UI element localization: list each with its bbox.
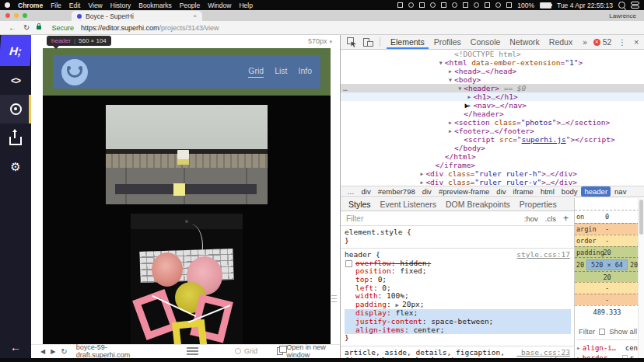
more-tabs-icon[interactable]: » — [583, 38, 587, 47]
dom-node[interactable]: <script src="superhi.js"></script> — [341, 135, 644, 144]
menu-item-edit[interactable]: Edit — [69, 2, 81, 9]
volume-icon[interactable] — [485, 2, 490, 8]
grid-toggle[interactable]: Grid — [235, 347, 257, 355]
dom-node[interactable]: </html> — [341, 152, 644, 161]
breadcrumb-item[interactable]: nav — [611, 186, 629, 197]
sidebar-item-share[interactable] — [0, 124, 31, 152]
inspect-element-icon[interactable] — [347, 37, 357, 47]
pane-resize-handle[interactable] — [331, 295, 337, 306]
styles-filter-input[interactable]: Filter — [346, 214, 363, 223]
menu-item-history[interactable]: History — [110, 2, 131, 9]
menu-item-help[interactable]: Help — [239, 2, 252, 9]
airplay-icon[interactable] — [506, 2, 512, 8]
info-icon[interactable] — [408, 2, 414, 8]
breadcrumb-item[interactable]: #ember798 — [375, 186, 418, 197]
spotlight-icon[interactable] — [618, 2, 625, 9]
site-nav-grid[interactable]: Grid — [248, 66, 264, 78]
rule-base-elements[interactable]: _base.css:23 article, aside, details, fi… — [341, 346, 574, 358]
dom-node[interactable]: <!DOCTYPE html> — [341, 50, 644, 58]
devtools-tab-network[interactable]: Network — [506, 35, 544, 49]
devtools-tab-elements[interactable]: Elements — [387, 35, 429, 49]
computed-property[interactable]: ▶align-i…cen — [577, 343, 638, 353]
menu-item-file[interactable]: File — [51, 2, 61, 9]
site-nav-list[interactable]: List — [275, 66, 287, 78]
breadcrumb-item[interactable]: div — [359, 186, 374, 197]
time-machine-icon[interactable] — [441, 2, 446, 8]
secure-label[interactable]: Secure — [51, 24, 74, 32]
declaration-checkbox[interactable] — [345, 260, 352, 267]
url-text[interactable]: https://editor.superhi.com/projects/3143… — [81, 24, 219, 32]
back-button[interactable]: ← — [9, 24, 16, 32]
safari-icon[interactable] — [452, 2, 457, 8]
notification-center-icon[interactable] — [631, 2, 639, 9]
box-icon[interactable] — [463, 2, 468, 8]
styles-tab-dom-breakpoints[interactable]: DOM Breakpoints — [441, 200, 515, 209]
window-close-button[interactable] — [5, 13, 10, 18]
menu-item-view[interactable]: View — [88, 2, 102, 9]
device-toolbar-icon[interactable] — [363, 37, 373, 47]
styles-tab-properties[interactable]: Properties — [515, 200, 562, 209]
window-zoom-button[interactable] — [23, 13, 27, 18]
dom-node[interactable]: ▶<section class="photos">…</section> — [341, 118, 644, 127]
menu-item-window[interactable]: Window — [208, 2, 231, 9]
breadcrumb-item[interactable]: #preview-frame — [436, 186, 492, 197]
styles-tab-styles[interactable]: Styles — [344, 200, 376, 209]
element-style-selector[interactable]: element.style { — [345, 228, 571, 237]
sidebar-item-preview[interactable] — [0, 95, 31, 124]
devtools-tab-console[interactable]: Console — [467, 35, 505, 49]
open-new-window-button[interactable]: Open in new window — [277, 343, 331, 359]
computed-filter-input[interactable]: Filter — [579, 327, 595, 336]
dom-node[interactable]: ▶<h1>…</h1> — [341, 92, 644, 101]
sidebar-item-settings[interactable]: ⚙ — [0, 152, 31, 181]
menu-item-people[interactable]: People — [180, 2, 200, 9]
wifi-icon[interactable] — [495, 2, 501, 8]
window-icon[interactable] — [419, 2, 425, 8]
breadcrumb-item[interactable]: html — [537, 186, 558, 197]
dom-node[interactable]: ▼<html data-ember-extension="1"> — [341, 58, 644, 67]
menu-item-bookmarks[interactable]: Bookmarks — [138, 2, 172, 9]
dom-node[interactable]: ▶<div class="ruler ruler-h">…</div> — [341, 169, 644, 178]
tab-close-icon[interactable]: × — [193, 13, 197, 19]
superhi-logo[interactable]: H; — [0, 35, 32, 66]
breadcrumb-item[interactable]: div — [419, 186, 435, 197]
dom-node[interactable]: ▼<body> — [341, 75, 644, 84]
back-arrow-icon[interactable]: ← — [0, 341, 31, 353]
site-nav-info[interactable]: Info — [298, 66, 312, 78]
dom-node[interactable]: </body> — [341, 144, 644, 152]
preview-forward-button[interactable]: ▶ — [51, 348, 55, 355]
preview-width-dropdown[interactable]: 570px▾ — [308, 37, 332, 45]
preview-back-button[interactable]: ◀ — [40, 348, 45, 355]
draft-url[interactable]: boyce-59-draft.superhi.com — [76, 343, 136, 359]
ink-drop-icon[interactable] — [430, 2, 436, 8]
share-icon[interactable] — [474, 2, 479, 8]
dom-node[interactable]: ▶<div class="ruler ruler-v">…</div> — [341, 178, 644, 186]
dom-node[interactable]: ▶<head>…</head> — [341, 67, 644, 75]
new-style-rule-button[interactable]: + — [563, 213, 569, 224]
scrollbar-thumb[interactable] — [639, 200, 643, 235]
menubar-clock[interactable]: Tue 4 Apr 22:55:13 — [557, 2, 613, 9]
dom-node[interactable]: ▶<footer>…</footer> — [341, 127, 644, 135]
sidebar-item-code[interactable]: <> — [0, 66, 31, 95]
show-all-checkbox[interactable] — [599, 329, 605, 335]
hamburger-icon[interactable] — [187, 350, 198, 352]
dom-node[interactable]: ▶<nav>…</nav>▲ — [341, 101, 644, 110]
rule-header[interactable]: style.css:17 header { overflow: hidden;p… — [341, 249, 574, 346]
apple-icon[interactable] — [5, 2, 10, 8]
toggle-class-button[interactable]: .cls — [545, 214, 556, 223]
breadcrumb-item[interactable]: iframe — [510, 186, 537, 197]
devtools-scrollbar[interactable] — [638, 198, 644, 358]
refresh-button[interactable]: ↻ — [23, 24, 30, 32]
error-badge[interactable]: ✕ 52 — [593, 37, 612, 47]
browser-tab[interactable]: Boyce - SuperHi × — [72, 11, 202, 21]
dom-node[interactable]: …▼<header> == $0 — [341, 84, 644, 92]
breadcrumb-item[interactable]: header — [581, 186, 611, 197]
devtools-tab-profiles[interactable]: Profiles — [430, 35, 465, 49]
dom-node[interactable]: </iframe> — [341, 161, 644, 169]
rule-element-style[interactable]: element.style { } — [341, 226, 574, 249]
screen-mirroring-icon[interactable] — [397, 2, 403, 8]
preview-refresh-button[interactable]: ↻ — [61, 347, 67, 356]
stylesheet-link[interactable]: _base.css:23 — [516, 349, 570, 357]
window-minimize-button[interactable] — [14, 13, 19, 18]
breadcrumb-item[interactable]: body — [558, 186, 581, 197]
toggle-hover-button[interactable]: :hov — [524, 214, 538, 223]
